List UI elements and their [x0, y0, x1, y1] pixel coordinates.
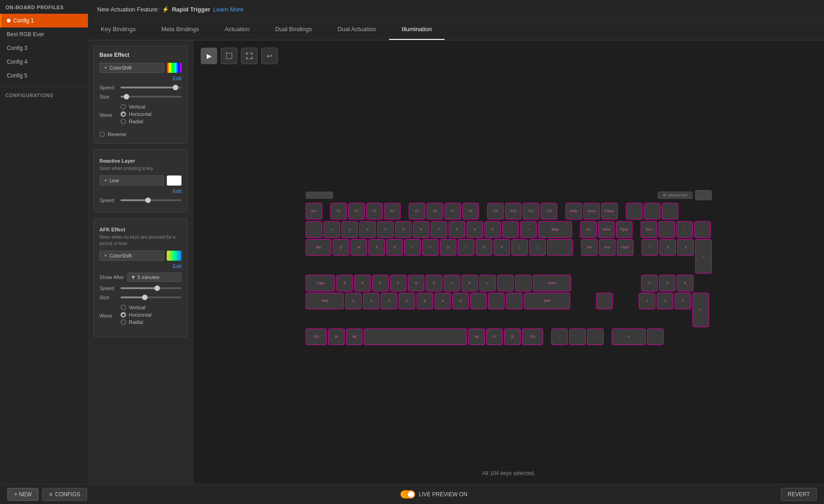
key-media3[interactable]: [662, 203, 678, 219]
base-wave-radial-radio[interactable]: [121, 119, 126, 124]
key-w[interactable]: W: [351, 239, 367, 256]
afk-wave-radial-radio[interactable]: [121, 319, 126, 325]
key-num4[interactable]: 4: [641, 275, 658, 291]
key-numstar[interactable]: *: [676, 221, 693, 238]
key-num8[interactable]: 8: [659, 239, 676, 256]
base-effect-color-swatch[interactable]: [167, 63, 181, 73]
key-f7[interactable]: F7: [445, 203, 461, 219]
key-fn[interactable]: Fn: [486, 329, 503, 345]
key-o[interactable]: O: [476, 239, 492, 256]
tab-dual-bindings[interactable]: Dual Bindings: [262, 19, 324, 40]
key-c[interactable]: C: [381, 293, 397, 309]
key-lctrl[interactable]: Ctrl: [306, 329, 327, 345]
key-num3[interactable]: 3: [675, 293, 691, 309]
key-end[interactable]: End: [599, 239, 615, 256]
key-equals[interactable]: =: [520, 221, 537, 238]
key-f11[interactable]: F11: [523, 203, 539, 219]
key-rshift[interactable]: Shift: [524, 293, 570, 309]
key-f4[interactable]: F4: [384, 203, 401, 219]
new-button[interactable]: + NEW: [7, 488, 38, 501]
key-b[interactable]: B: [417, 293, 433, 309]
key-1[interactable]: 1: [324, 221, 340, 238]
key-r[interactable]: R: [386, 239, 403, 256]
afk-size-track[interactable]: [121, 296, 181, 298]
key-backtick[interactable]: `: [306, 221, 322, 238]
sidebar-item-config1[interactable]: Config 1: [0, 14, 88, 27]
live-preview-toggle[interactable]: [401, 490, 415, 499]
reactive-effect-color-swatch[interactable]: [167, 175, 181, 186]
key-f[interactable]: F: [390, 275, 407, 291]
tab-actuation[interactable]: Actuation: [212, 19, 262, 40]
key-num2[interactable]: 2: [657, 293, 673, 309]
key-num6[interactable]: 6: [677, 275, 693, 291]
key-f3[interactable]: F3: [366, 203, 383, 219]
reactive-effect-edit-link[interactable]: Edit: [99, 188, 181, 194]
key-num0[interactable]: 0: [612, 329, 646, 345]
key-g[interactable]: G: [408, 275, 424, 291]
sidebar-item-config2[interactable]: Best RGB Ever: [0, 27, 88, 41]
key-pause[interactable]: Pause: [601, 203, 618, 219]
key-tab[interactable]: Tab: [306, 239, 331, 256]
revert-button[interactable]: REVERT: [781, 488, 817, 501]
undo-button[interactable]: ↩: [261, 48, 278, 64]
key-numdot[interactable]: .: [647, 329, 664, 345]
base-effect-dropdown[interactable]: ▼ ColorShift: [99, 63, 164, 73]
key-z[interactable]: Z: [345, 293, 362, 309]
key-9[interactable]: 9: [467, 221, 483, 238]
configs-button[interactable]: ≡ CONFIGS: [42, 488, 87, 501]
key-e[interactable]: E: [368, 239, 385, 256]
key-k[interactable]: K: [461, 275, 478, 291]
afk-speed-track[interactable]: [121, 287, 181, 289]
sidebar-item-config4[interactable]: Config 4: [0, 55, 88, 69]
key-arrow-up[interactable]: ↑: [596, 293, 613, 309]
key-rctrl[interactable]: Ctrl: [522, 329, 543, 345]
key-f10[interactable]: F10: [505, 203, 522, 219]
base-wave-vertical[interactable]: Vertical: [121, 103, 152, 110]
key-2[interactable]: 2: [341, 221, 358, 238]
key-l[interactable]: L: [479, 275, 496, 291]
key-lbracket[interactable]: [: [511, 239, 528, 256]
key-backspace[interactable]: Bksp: [538, 221, 572, 238]
show-after-select[interactable]: ▼ 5 minutes: [127, 273, 181, 282]
afk-wave-radial[interactable]: Radial: [121, 318, 152, 326]
key-numplus[interactable]: +: [695, 239, 712, 274]
key-del[interactable]: Del: [581, 239, 598, 256]
key-f8[interactable]: F8: [462, 203, 479, 219]
key-num5[interactable]: 5: [659, 275, 676, 291]
key-quote[interactable]: ': [515, 275, 532, 291]
key-7[interactable]: 7: [431, 221, 447, 238]
key-num1[interactable]: 1: [639, 293, 655, 309]
fullscreen-button[interactable]: [241, 48, 258, 64]
key-pgup[interactable]: PgUp: [616, 221, 632, 238]
key-numslash[interactable]: /: [659, 221, 675, 238]
key-ins[interactable]: Ins: [580, 221, 597, 238]
key-semicolon[interactable]: ;: [497, 275, 514, 291]
afk-wave-vertical-radio[interactable]: [121, 305, 126, 310]
key-num7[interactable]: 7: [642, 239, 658, 256]
key-media2[interactable]: [644, 203, 660, 219]
key-f9[interactable]: F9: [487, 203, 504, 219]
key-x[interactable]: X: [363, 293, 379, 309]
key-3[interactable]: 3: [359, 221, 376, 238]
key-h[interactable]: H: [426, 275, 442, 291]
key-numminus[interactable]: -: [694, 221, 711, 238]
key-y[interactable]: Y: [422, 239, 439, 256]
sidebar-item-config5[interactable]: Config 5: [0, 69, 88, 82]
key-0[interactable]: 0: [484, 221, 501, 238]
key-enter[interactable]: Enter: [533, 275, 571, 291]
key-lalt[interactable]: Alt: [346, 329, 363, 345]
key-backslash[interactable]: \: [547, 239, 573, 256]
key-home[interactable]: Home: [598, 221, 615, 238]
key-p[interactable]: P: [494, 239, 510, 256]
key-f6[interactable]: F6: [427, 203, 443, 219]
key-8[interactable]: 8: [449, 221, 465, 238]
key-d[interactable]: D: [372, 275, 389, 291]
key-caps[interactable]: Caps: [306, 275, 335, 291]
key-lshift[interactable]: Shift: [306, 293, 344, 309]
key-period[interactable]: .: [488, 293, 505, 309]
afk-wave-horizontal[interactable]: Horizontal: [121, 311, 152, 318]
learn-more-link[interactable]: Learn More: [213, 6, 243, 13]
key-6[interactable]: 6: [413, 221, 429, 238]
base-reverse-checkbox[interactable]: [99, 131, 105, 137]
key-media1[interactable]: [626, 203, 643, 219]
